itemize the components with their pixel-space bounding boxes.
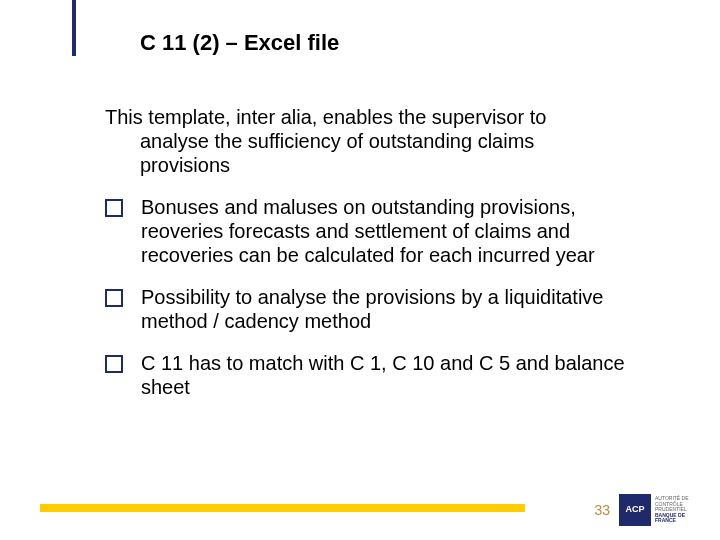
slide-title: C 11 (2) – Excel file [140, 30, 339, 56]
logo-line2: BANQUE DE FRANCE [655, 513, 700, 524]
bullet-item: C 11 has to match with C 1, C 10 and C 5… [105, 351, 625, 399]
square-bullet-icon [105, 355, 123, 373]
bullet-text: Bonuses and maluses on outstanding provi… [141, 195, 625, 267]
square-bullet-icon [105, 289, 123, 307]
intro-text-first-line: This template, inter alia, enables the s… [105, 106, 546, 128]
title-accent-rule [72, 0, 76, 56]
bullet-text: Possibility to analyse the provisions by… [141, 285, 625, 333]
footer-logo: ACP AUTORITÉ DE CONTRÔLE PRUDENTIEL BANQ… [619, 494, 700, 526]
bullet-item: Possibility to analyse the provisions by… [105, 285, 625, 333]
content-area: This template, inter alia, enables the s… [105, 105, 625, 417]
footer-accent-bar [40, 504, 525, 512]
logo-line1: AUTORITÉ DE CONTRÔLE PRUDENTIEL [655, 496, 700, 513]
intro-text-hang: analyse the sufficiency of outstanding c… [105, 129, 625, 177]
square-bullet-icon [105, 199, 123, 217]
intro-paragraph: This template, inter alia, enables the s… [105, 105, 625, 177]
logo-badge: ACP [619, 494, 651, 526]
logo-text-block: AUTORITÉ DE CONTRÔLE PRUDENTIEL BANQUE D… [655, 496, 700, 524]
page-number: 33 [594, 502, 610, 518]
bullet-text: C 11 has to match with C 1, C 10 and C 5… [141, 351, 625, 399]
bullet-item: Bonuses and maluses on outstanding provi… [105, 195, 625, 267]
